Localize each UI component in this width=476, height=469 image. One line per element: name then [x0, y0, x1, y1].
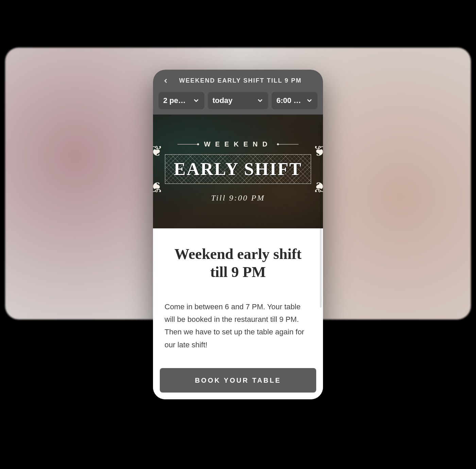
selector-row: 2 pe… today 6:00 …	[158, 92, 318, 109]
flourish-icon: ❦	[313, 144, 323, 158]
header-top-row: WEEKEND EARLY SHIFT TILL 9 PM	[158, 74, 318, 87]
hero-subtext: Till 9:00 PM	[211, 193, 265, 203]
panel-header: WEEKEND EARLY SHIFT TILL 9 PM 2 pe… toda…	[153, 70, 323, 115]
hero-eyebrow: WEEKEND	[177, 140, 299, 148]
content-body: Come in between 6 and 7 PM. Your table w…	[165, 300, 311, 351]
chevron-down-icon	[193, 97, 200, 104]
hero-banner: WEEKEND ❦ ❦ ❦ ❦ EARLY SHIFT Till 9:00 PM	[153, 115, 323, 228]
people-select-label: 2 pe…	[163, 96, 190, 105]
flourish-icon: ❦	[153, 144, 163, 158]
rule-decoration	[278, 144, 299, 144]
hero-main-frame: ❦ ❦ ❦ ❦ EARLY SHIFT	[165, 154, 311, 184]
chevron-left-icon	[163, 78, 169, 84]
date-select-label: today	[213, 96, 254, 105]
flourish-icon: ❦	[313, 180, 323, 194]
time-select[interactable]: 6:00 …	[272, 92, 318, 109]
hero-main-text: EARLY SHIFT	[174, 159, 302, 179]
hero-eyebrow-text: WEEKEND	[204, 140, 272, 148]
chevron-down-icon	[306, 97, 313, 104]
cta-area: BOOK YOUR TABLE	[153, 361, 323, 399]
back-button[interactable]	[160, 75, 171, 87]
flourish-icon: ❦	[153, 180, 163, 194]
rule-decoration	[177, 144, 198, 144]
book-table-button[interactable]: BOOK YOUR TABLE	[160, 368, 316, 393]
time-select-label: 6:00 …	[276, 96, 303, 105]
chevron-down-icon	[257, 97, 264, 104]
content-heading: Weekend early shift till 9 PM	[165, 245, 311, 281]
content-area: Weekend early shift till 9 PM Come in be…	[153, 228, 323, 361]
booking-panel: WEEKEND EARLY SHIFT TILL 9 PM 2 pe… toda…	[153, 70, 323, 399]
date-select[interactable]: today	[208, 92, 268, 109]
header-title: WEEKEND EARLY SHIFT TILL 9 PM	[176, 77, 316, 84]
people-select[interactable]: 2 pe…	[158, 92, 204, 109]
